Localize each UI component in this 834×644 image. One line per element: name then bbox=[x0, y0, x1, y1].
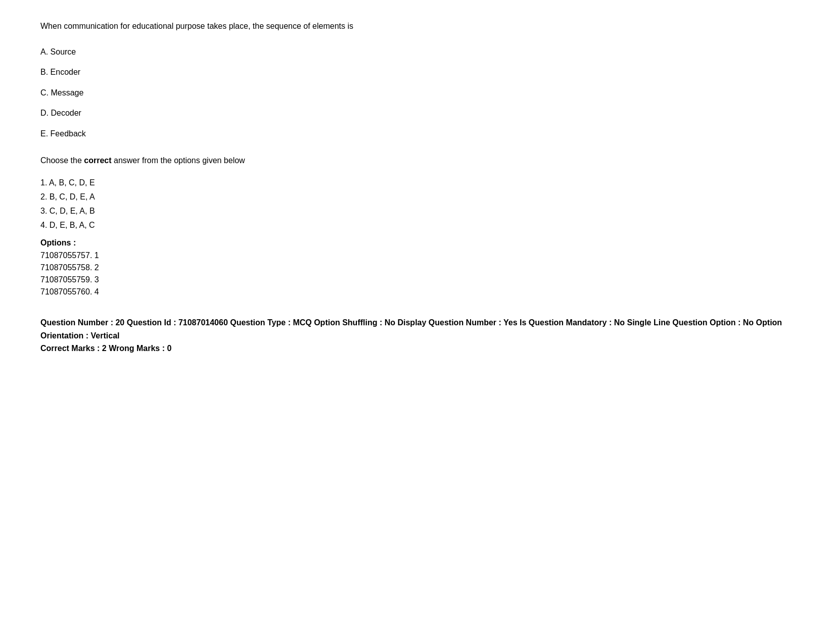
options-section: Options : 71087055757. 1 71087055758. 2 … bbox=[40, 238, 794, 298]
choose-after: answer from the options given below bbox=[112, 156, 245, 165]
answer-option-1: 1. A, B, C, D, E bbox=[40, 177, 794, 189]
answer-option-4: 4. D, E, B, A, C bbox=[40, 219, 794, 231]
option-a: A. Source bbox=[40, 46, 794, 58]
meta-line2: Correct Marks : 2 Wrong Marks : 0 bbox=[40, 342, 794, 355]
answer-option-3: 3. C, D, E, A, B bbox=[40, 205, 794, 217]
meta-line1: Question Number : 20 Question Id : 71087… bbox=[40, 316, 794, 342]
option-e: E. Feedback bbox=[40, 128, 794, 139]
meta-info: Question Number : 20 Question Id : 71087… bbox=[40, 316, 794, 355]
choose-plain: Choose the bbox=[40, 156, 84, 165]
option-id-3: 71087055759. 3 bbox=[40, 274, 794, 286]
choose-instruction: Choose the correct answer from the optio… bbox=[40, 155, 794, 167]
options-label: Options : bbox=[40, 238, 794, 247]
option-id-4: 71087055760. 4 bbox=[40, 286, 794, 298]
question-text: When communication for educational purpo… bbox=[40, 20, 794, 32]
choose-bold: correct bbox=[84, 156, 111, 165]
option-id-2: 71087055758. 2 bbox=[40, 262, 794, 274]
option-b: B. Encoder bbox=[40, 67, 794, 78]
answer-option-2: 2. B, C, D, E, A bbox=[40, 191, 794, 203]
option-id-1: 71087055757. 1 bbox=[40, 250, 794, 262]
option-d: D. Decoder bbox=[40, 108, 794, 119]
option-c: C. Message bbox=[40, 87, 794, 98]
